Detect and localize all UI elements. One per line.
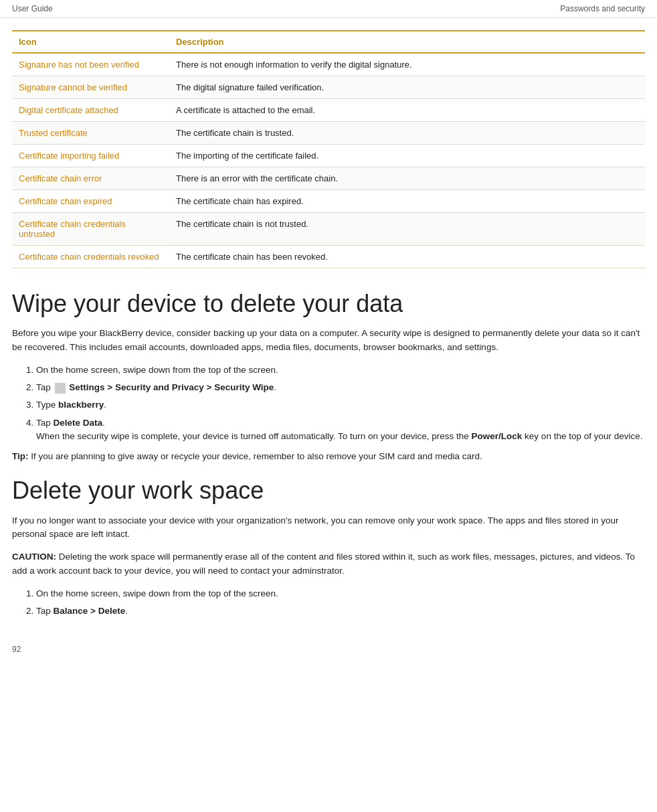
table-icon-cell: Certificate chain error — [12, 167, 169, 190]
inline-image — [55, 383, 66, 394]
step-bold: Delete Data — [54, 418, 103, 428]
section2-steps: On the home screen, swipe down from the … — [36, 587, 645, 619]
table-desc-cell: The importing of the certificate failed. — [169, 145, 645, 167]
table-desc-cell: The certificate chain has expired. — [169, 190, 645, 213]
section2-body: If you no longer want to associate your … — [12, 514, 645, 542]
page-content: Icon Description Signature has not been … — [0, 18, 657, 641]
table-icon-cell: Certificate chain expired — [12, 190, 169, 213]
header-right: Passwords and security — [560, 4, 645, 13]
step-item: On the home screen, swipe down from the … — [36, 363, 645, 377]
caution-label: CAUTION: — [12, 552, 56, 562]
page-number: 92 — [12, 645, 21, 654]
section2: Delete your work space If you no longer … — [12, 477, 645, 618]
step-item: Type blackberry. — [36, 398, 645, 412]
step-item: On the home screen, swipe down from the … — [36, 587, 645, 600]
table-row: Certificate importing failedThe importin… — [12, 145, 645, 167]
table-row: Certificate chain expiredThe certificate… — [12, 190, 645, 213]
caution-text: Deleting the work space will permanently… — [12, 552, 635, 575]
tip-paragraph: Tip: If you are planning to give away or… — [12, 450, 645, 463]
table-row: Trusted certificateThe certificate chain… — [12, 122, 645, 145]
section1-heading: Wipe your device to delete your data — [12, 290, 645, 317]
page-footer: 92 — [0, 641, 657, 658]
section1-steps: On the home screen, swipe down from the … — [36, 363, 645, 443]
step-bold: blackberry — [58, 400, 104, 410]
table-desc-cell: The certificate chain is trusted. — [169, 122, 645, 145]
table-icon-cell: Certificate chain credentials revoked — [12, 246, 169, 268]
table-icon-cell: Certificate chain credentials untrusted — [12, 213, 169, 246]
table-row: Certificate chain credentials revokedThe… — [12, 246, 645, 268]
step-subtext: When the security wipe is complete, your… — [36, 431, 642, 441]
step-subtext-bold: Power/Lock — [472, 431, 523, 441]
tip-label: Tip: — [12, 451, 29, 461]
table-icon-cell: Trusted certificate — [12, 122, 169, 145]
table-icon-cell: Signature has not been verified — [12, 53, 169, 76]
section2-heading: Delete your work space — [12, 477, 645, 504]
table-desc-cell: A certificate is attached to the email. — [169, 99, 645, 122]
step-bold: Settings > Security and Privacy > Securi… — [67, 382, 274, 392]
caution-paragraph: CAUTION: Deleting the work space will pe… — [12, 550, 645, 578]
page-header: User Guide Passwords and security — [0, 0, 657, 18]
step-item: Tap Balance > Delete. — [36, 604, 645, 618]
step-item: Tap Delete Data.When the security wipe i… — [36, 416, 645, 444]
table-desc-cell: The certificate chain has been revoked. — [169, 246, 645, 268]
tip-text: If you are planning to give away or recy… — [31, 451, 482, 461]
step-bold: Balance > Delete — [54, 606, 126, 616]
header-left: User Guide — [12, 4, 53, 13]
table-desc-cell: There is an error with the certificate c… — [169, 167, 645, 190]
table-row: Digital certificate attachedA certificat… — [12, 99, 645, 122]
col-desc-header: Description — [169, 31, 645, 53]
table-desc-cell: There is not enough information to verif… — [169, 53, 645, 76]
table-row: Signature cannot be verifiedThe digital … — [12, 76, 645, 99]
table-icon-cell: Signature cannot be verified — [12, 76, 169, 99]
section1-body: Before you wipe your BlackBerry device, … — [12, 327, 645, 354]
table-row: Certificate chain errorThere is an error… — [12, 167, 645, 190]
table-row: Signature has not been verifiedThere is … — [12, 53, 645, 76]
table-header-row: Icon Description — [12, 31, 645, 53]
step-item: Tap Settings > Security and Privacy > Se… — [36, 381, 645, 394]
certificate-table: Icon Description Signature has not been … — [12, 30, 645, 268]
table-row: Certificate chain credentials untrustedT… — [12, 213, 645, 246]
table-desc-cell: The digital signature failed verificatio… — [169, 76, 645, 99]
table-icon-cell: Digital certificate attached — [12, 99, 169, 122]
table-desc-cell: The certificate chain is not trusted. — [169, 213, 645, 246]
col-icon-header: Icon — [12, 31, 169, 53]
table-icon-cell: Certificate importing failed — [12, 145, 169, 167]
